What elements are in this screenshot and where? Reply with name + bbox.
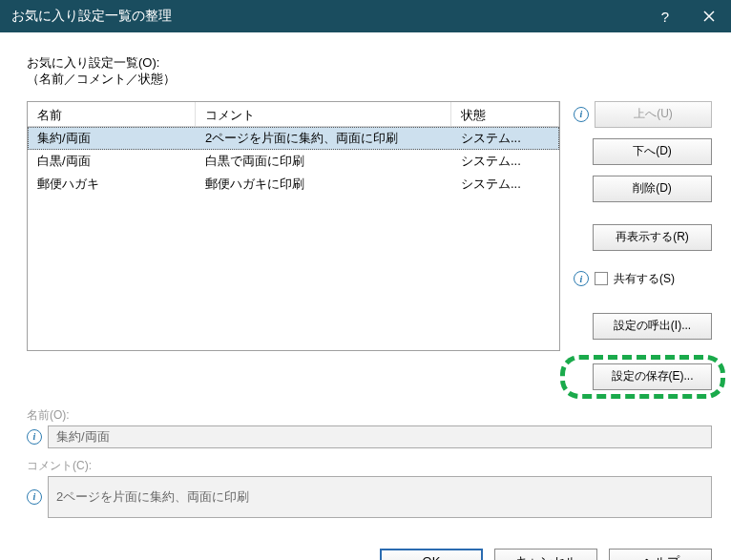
close-icon (703, 10, 715, 22)
cell-name: 白黒/両面 (28, 153, 196, 170)
cancel-button[interactable]: キャンセル (494, 549, 597, 560)
comment-field-label: コメント(C): (27, 458, 712, 474)
cell-name: 集約/両面 (28, 130, 196, 147)
cell-status: システム... (451, 153, 559, 170)
side-panel: i 上へ(U) 下へ(D) 削除(D) 再表示する(R) i 共有する(S) 設… (574, 101, 712, 390)
name-field-label: 名前(O): (27, 407, 712, 424)
move-up-button: 上へ(U) (595, 101, 712, 128)
delete-button[interactable]: 削除(D) (593, 176, 712, 202)
header-comment[interactable]: コメント (196, 102, 451, 126)
help-button[interactable]: ? (643, 0, 687, 32)
info-icon[interactable]: i (27, 429, 42, 445)
ok-button[interactable]: OK (380, 549, 483, 560)
table-header: 名前 コメント 状態 (28, 102, 559, 127)
info-icon[interactable]: i (574, 271, 589, 286)
table-row[interactable]: 白黒/両面 白黒で両面に印刷 システム... (28, 150, 559, 173)
cell-comment: 2ページを片面に集約、両面に印刷 (196, 130, 451, 147)
info-icon[interactable]: i (27, 489, 42, 505)
comment-input (48, 476, 712, 518)
header-status[interactable]: 状態 (451, 102, 559, 126)
cell-name: 郵便ハガキ (28, 176, 196, 193)
close-button[interactable] (687, 0, 731, 32)
cell-status: システム... (451, 176, 559, 193)
move-down-button[interactable]: 下へ(D) (593, 138, 712, 165)
title-bar: お気に入り設定一覧の整理 ? (0, 0, 731, 32)
info-icon[interactable]: i (574, 107, 589, 122)
header-name[interactable]: 名前 (28, 102, 196, 126)
cell-comment: 郵便ハガキに印刷 (196, 176, 451, 193)
list-label: お気に入り設定一覧(O): （名前／コメント／状態） (27, 55, 712, 88)
recall-settings-button[interactable]: 設定の呼出(I)... (593, 313, 712, 340)
window-title: お気に入り設定一覧の整理 (11, 8, 172, 25)
favorites-table[interactable]: 名前 コメント 状態 集約/両面 2ページを片面に集約、両面に印刷 システム..… (27, 101, 560, 351)
name-input (48, 425, 712, 448)
list-label-line1: お気に入り設定一覧(O): (27, 55, 712, 72)
share-checkbox[interactable] (595, 272, 608, 285)
redisplay-button[interactable]: 再表示する(R) (593, 224, 712, 251)
share-label: 共有する(S) (614, 271, 675, 287)
help-button[interactable]: ヘルプ (609, 549, 712, 560)
table-row[interactable]: 郵便ハガキ 郵便ハガキに印刷 システム... (28, 173, 559, 196)
save-settings-button[interactable]: 設定の保存(E)... (593, 363, 712, 390)
cell-comment: 白黒で両面に印刷 (196, 153, 451, 170)
list-label-line2: （名前／コメント／状態） (27, 72, 712, 88)
table-row[interactable]: 集約/両面 2ページを片面に集約、両面に印刷 システム... (28, 127, 559, 150)
cell-status: システム... (451, 130, 559, 147)
